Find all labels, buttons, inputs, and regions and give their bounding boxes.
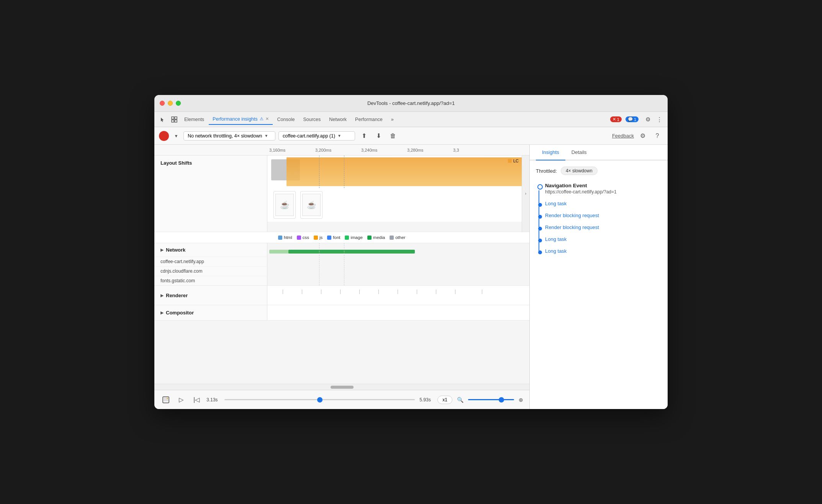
throttle-dropdown[interactable]: No network throttling, 4× slowdown ▼ [183, 131, 275, 141]
legend-js: js [314, 235, 323, 240]
renderer-label[interactable]: ▶ Renderer [154, 286, 267, 305]
traffic-lights [160, 101, 181, 106]
thumb-icon-1: ☕ [280, 200, 290, 209]
renderer-ticks [267, 290, 529, 301]
network-chevron: ▶ [160, 248, 164, 252]
tab-close-button[interactable]: ✕ [265, 116, 269, 121]
net-bar-1b [288, 250, 415, 254]
record-button[interactable] [159, 131, 169, 141]
tick-8 [417, 290, 417, 294]
speed-badge[interactable]: x1 [437, 396, 452, 404]
legend-image: image [345, 235, 362, 240]
record-dropdown[interactable]: ▼ [172, 132, 180, 140]
tab-performance[interactable]: Performance [351, 115, 386, 124]
tick-6 [378, 290, 379, 294]
tab-details[interactable]: Details [565, 145, 593, 160]
long-task-link-2[interactable]: Long task [545, 236, 662, 242]
playback-slider[interactable] [224, 399, 415, 400]
title-bar: DevTools - coffee-cart.netlify.app/?ad=1 [154, 95, 668, 112]
start-time-label: 3.13s [206, 397, 220, 403]
devtools-window: DevTools - coffee-cart.netlify.app/?ad=1… [154, 95, 668, 409]
renderer-title-text: Renderer [166, 293, 188, 298]
help-icon[interactable]: ? [652, 130, 663, 142]
render-blocking-link-1[interactable]: Render blocking request [545, 213, 662, 218]
network-row-1: coffee-cart.netlify.app [154, 257, 267, 266]
time-marker-1: 3,160ms [269, 148, 315, 152]
thumb-icon-2: ☕ [307, 200, 316, 209]
tick-9 [436, 290, 436, 294]
tick-11 [482, 290, 482, 294]
network-row-2: cdnjs.cloudflare.com [154, 266, 267, 276]
scrollbar-thumb[interactable] [331, 386, 354, 389]
render-blocking-link-2[interactable]: Render blocking request [545, 224, 662, 230]
toolbar: ▼ No network throttling, 4× slowdown ▼ c… [154, 127, 668, 145]
renderer-content [267, 286, 529, 305]
network-rows: coffee-cart.netlify.app cdnjs.cloudflare… [154, 257, 267, 285]
legend-media-dot [367, 236, 372, 240]
toolbar-settings-icon[interactable]: ⚙ [637, 130, 648, 142]
screenshot-icon[interactable] [160, 394, 171, 405]
time-marker-4: 3,280ms [407, 148, 453, 152]
tick-2 [302, 290, 302, 294]
upload-icon[interactable]: ⬆ [358, 130, 370, 142]
long-task-link-3[interactable]: Long task [545, 248, 662, 254]
network-row-3: fonts.gstatic.com [154, 276, 267, 285]
time-marker-5: 3,3 [453, 148, 499, 152]
lc-dot [508, 159, 512, 163]
right-tabs: Insights Details [530, 145, 668, 160]
legend-js-dot [314, 236, 318, 240]
right-content: Throttled: 4× slowdown Navigation Event … [530, 160, 668, 409]
feedback-link[interactable]: Feedback [612, 133, 634, 139]
tab-more[interactable]: » [387, 115, 398, 124]
network-title: Network [166, 247, 185, 253]
net-bar-1a [269, 250, 290, 254]
legend-font: font [327, 235, 340, 240]
thumbnails-row: ☕ ☕ [267, 188, 522, 222]
expand-button[interactable]: › [522, 155, 529, 232]
url-dropdown[interactable]: coffee-cart.netlify.app (1) ▼ [278, 131, 355, 141]
compositor-content [267, 305, 529, 320]
network-bar-area [267, 243, 529, 260]
navigation-event: Navigation Event https://coffee-cart.net… [545, 183, 662, 195]
zoom-out-icon[interactable]: 🔍 [457, 397, 463, 403]
zoom-slider[interactable] [468, 399, 514, 400]
download-icon[interactable]: ⬇ [373, 130, 384, 142]
skip-start-button[interactable]: |◁ [191, 394, 202, 405]
network-label: ▶ Network coffee-cart.netlify.app cdnjs.… [154, 243, 267, 285]
settings-icon[interactable]: ⚙ [642, 114, 653, 125]
compositor-title-text: Compositor [166, 310, 194, 316]
thumbnail-2: ☕ [300, 191, 323, 219]
compositor-label[interactable]: ▶ Compositor [154, 305, 267, 320]
tab-sources[interactable]: Sources [299, 115, 324, 124]
tab-network[interactable]: Network [325, 115, 350, 124]
cursor-icon[interactable] [157, 114, 168, 125]
tab-insights[interactable]: Insights [536, 145, 565, 160]
minimize-button[interactable] [168, 101, 173, 106]
zoom-in-icon[interactable]: ⊕ [519, 397, 523, 403]
insight-dot-1 [538, 203, 542, 207]
legend-other: other [390, 235, 405, 240]
long-task-link-1[interactable]: Long task [545, 201, 662, 206]
tab-elements[interactable]: Elements [180, 115, 208, 124]
throttle-dropdown-arrow: ▼ [264, 134, 268, 138]
play-button[interactable]: ▷ [176, 394, 187, 405]
thumb-inner-1: ☕ [275, 194, 294, 216]
insight-dot-3 [538, 227, 542, 231]
url-dropdown-arrow: ▼ [337, 134, 341, 138]
tab-console[interactable]: Console [273, 115, 299, 124]
layout-shifts-section: Layout Shifts LC [154, 155, 529, 232]
inspect-icon[interactable] [169, 114, 180, 125]
legend-other-dot [390, 236, 394, 240]
legend-font-dot [327, 236, 331, 240]
legend-html-dot [278, 236, 282, 240]
trash-icon[interactable]: 🗑 [387, 130, 399, 142]
legend-css-dot [297, 236, 301, 240]
more-options-icon[interactable]: ⋮ [654, 114, 665, 125]
insight-render-blocking-1: Render blocking request [545, 213, 662, 218]
tab-bar: Elements Performance insights ⚠ ✕ Consol… [154, 112, 668, 127]
network-content [267, 243, 529, 285]
network-title-row[interactable]: ▶ Network [154, 243, 267, 257]
maximize-button[interactable] [176, 101, 181, 106]
tab-performance-insights[interactable]: Performance insights ⚠ ✕ [209, 114, 272, 125]
close-button[interactable] [160, 101, 165, 106]
